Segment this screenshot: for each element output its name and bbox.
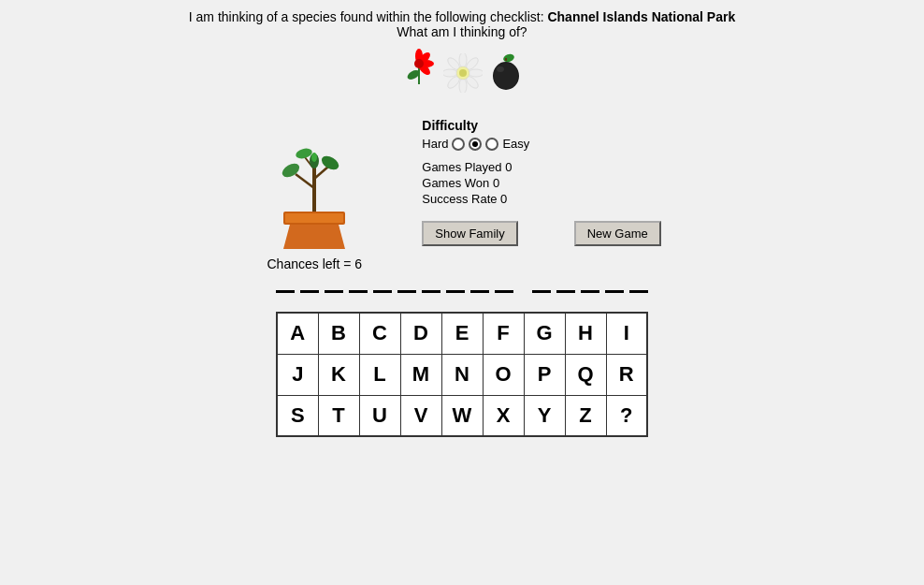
key-w[interactable]: W [441, 395, 483, 436]
svg-point-7 [459, 53, 467, 67]
games-played-stat: Games Played 0 [422, 160, 660, 174]
key-a[interactable]: A [277, 313, 318, 354]
keyboard-section: ABCDEFGHIJKLMNOPQRSTUVWXYZ? [0, 312, 924, 437]
dash [629, 290, 648, 293]
key-p[interactable]: P [524, 354, 565, 395]
new-game-button[interactable]: New Game [574, 221, 661, 246]
plant-section: Chances left = 6 [263, 118, 366, 271]
show-family-button[interactable]: Show Family [422, 221, 517, 246]
svg-point-11 [459, 79, 467, 93]
key-h[interactable]: H [565, 313, 606, 354]
buttons-row: Show Family New Game [422, 221, 660, 246]
key-m[interactable]: M [400, 354, 441, 395]
svg-line-27 [314, 167, 328, 179]
word-section [0, 290, 924, 293]
park-name: Channel Islands National Park [547, 9, 735, 24]
species-icons [0, 49, 924, 99]
svg-rect-24 [285, 213, 343, 223]
chances-label: Chances left = 6 [267, 256, 362, 271]
success-rate-stat: Success Rate 0 [422, 192, 660, 206]
flower-white-icon [443, 53, 483, 95]
key-e[interactable]: E [441, 313, 483, 354]
key-x[interactable]: X [483, 395, 524, 436]
apple-icon [488, 53, 524, 95]
key-q[interactable]: Q [565, 354, 606, 395]
games-played-label: Games Played [422, 160, 501, 174]
key-t[interactable]: T [318, 395, 359, 436]
key-?[interactable]: ? [606, 395, 647, 436]
svg-line-26 [296, 174, 314, 188]
difficulty-row: Hard Easy [422, 137, 660, 151]
dash [349, 290, 368, 293]
key-i[interactable]: I [606, 313, 647, 354]
svg-point-33 [311, 153, 317, 162]
key-g[interactable]: G [524, 313, 565, 354]
dash [605, 290, 624, 293]
key-b[interactable]: B [318, 313, 359, 354]
easy-label: Easy [502, 137, 529, 151]
svg-point-13 [443, 69, 457, 77]
key-l[interactable]: L [359, 354, 400, 395]
svg-point-21 [497, 66, 504, 72]
stats-section: Difficulty Hard Easy Games Played 0 Game… [422, 118, 660, 246]
word-dashes-1 [276, 290, 513, 293]
games-won-value: 0 [493, 176, 499, 190]
dash [325, 290, 343, 293]
svg-marker-22 [283, 221, 345, 249]
plant-image [263, 118, 366, 249]
dash [373, 290, 392, 293]
dash [446, 290, 465, 293]
key-z[interactable]: Z [565, 395, 606, 436]
dash [470, 290, 489, 293]
header-prefix: I am thinking of a species found within … [189, 9, 548, 24]
games-played-value: 0 [505, 160, 512, 174]
svg-point-9 [469, 69, 483, 77]
success-rate-label: Success Rate [422, 192, 497, 206]
dash [581, 290, 599, 293]
key-k[interactable]: K [318, 354, 359, 395]
flower-red-icon [400, 49, 438, 99]
header-line1: I am thinking of a species found within … [189, 9, 735, 24]
svg-point-16 [459, 69, 467, 77]
key-u[interactable]: U [359, 395, 400, 436]
middle-section: Chances left = 6 Difficulty Hard Easy Ga… [0, 118, 924, 271]
word-dashes-2 [532, 290, 648, 293]
radio-medium[interactable] [469, 138, 482, 151]
dash [532, 290, 551, 293]
dash [422, 290, 440, 293]
key-s[interactable]: S [277, 395, 318, 436]
key-v[interactable]: V [400, 395, 441, 436]
key-j[interactable]: J [277, 354, 318, 395]
radio-hard[interactable] [452, 138, 465, 151]
difficulty-label: Difficulty [422, 118, 660, 133]
key-o[interactable]: O [483, 354, 524, 395]
success-rate-value: 0 [500, 192, 507, 206]
svg-point-6 [414, 59, 424, 68]
games-won-stat: Games Won 0 [422, 176, 660, 190]
key-c[interactable]: C [359, 313, 400, 354]
dash [397, 290, 416, 293]
keyboard-table: ABCDEFGHIJKLMNOPQRSTUVWXYZ? [276, 312, 648, 437]
svg-point-30 [320, 154, 341, 172]
radio-easy[interactable] [485, 138, 498, 151]
key-f[interactable]: F [483, 313, 524, 354]
dash [495, 290, 513, 293]
hard-label: Hard [422, 137, 448, 151]
svg-point-20 [494, 63, 518, 89]
dash [276, 290, 295, 293]
dash [556, 290, 575, 293]
key-y[interactable]: Y [524, 395, 565, 436]
dash [300, 290, 319, 293]
games-won-label: Games Won [422, 176, 489, 190]
key-r[interactable]: R [606, 354, 647, 395]
game-header: I am thinking of a species found within … [0, 9, 924, 39]
header-line2: What am I thinking of? [397, 24, 527, 39]
key-n[interactable]: N [441, 354, 483, 395]
key-d[interactable]: D [400, 313, 441, 354]
